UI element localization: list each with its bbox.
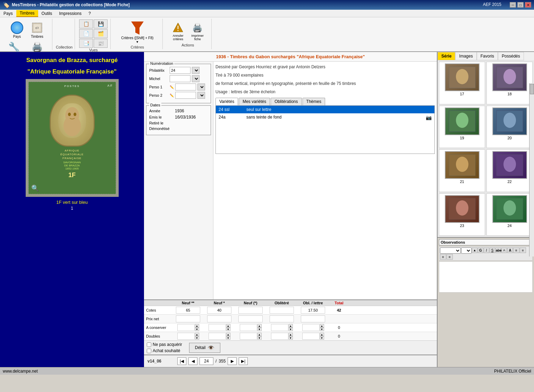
zoom-icon[interactable]: 🔍 — [31, 184, 39, 192]
aconserver-neuf2-input[interactable] — [177, 324, 195, 331]
vue-btn-5[interactable]: 📑 — [79, 39, 93, 48]
cotes-oblitere-input[interactable] — [270, 307, 294, 314]
doubles-neufp-input[interactable] — [240, 333, 257, 340]
toolbar-timbres-button[interactable]: 🏷 Timbres — [29, 21, 45, 39]
current-page-input[interactable] — [200, 357, 213, 365]
perso1-dropdown[interactable] — [197, 84, 205, 90]
vue-btn-1[interactable]: 📋 — [79, 19, 93, 28]
thumb-18[interactable]: 18 — [486, 62, 533, 104]
aconserver-neuf1-down[interactable]: ▼ — [226, 328, 230, 331]
doubles-obl-up[interactable]: ▲ — [289, 333, 293, 336]
aconserver-obl-up[interactable]: ▲ — [289, 324, 293, 328]
thumb-23[interactable]: 23 — [439, 193, 485, 236]
vue-btn-4[interactable]: 🗂️ — [94, 29, 108, 38]
restore-button[interactable]: □ — [517, 2, 524, 8]
perso1-input[interactable] — [175, 84, 196, 90]
series-tab-images[interactable]: Images — [455, 52, 476, 60]
prixnet-obll-input[interactable] — [301, 315, 325, 322]
obs-strike-btn[interactable]: abe — [495, 247, 501, 253]
criteres-button[interactable]: Critères ([Shift] + F8)▼ — [119, 19, 155, 44]
annuler-criteres-button[interactable]: Annulercritères — [170, 21, 186, 42]
doubles-neuf1-down[interactable]: ▼ — [226, 336, 230, 340]
series-tab-serie[interactable]: Série — [438, 52, 455, 60]
michel-input[interactable] — [170, 75, 190, 82]
prixnet-oblitere-input[interactable] — [270, 315, 294, 322]
menu-timbres[interactable]: Timbres — [16, 10, 38, 17]
doubles-obll-input[interactable] — [302, 333, 320, 340]
toolbar-pays-button[interactable]: Pays — [9, 21, 25, 39]
doubles-neuf2-down[interactable]: ▼ — [195, 336, 199, 340]
close-button[interactable]: ✕ — [525, 2, 531, 8]
aconserver-neufp-down[interactable]: ▼ — [257, 328, 262, 331]
obs-a-btn[interactable]: A — [507, 247, 513, 253]
doubles-neuf2-input[interactable] — [177, 333, 195, 340]
doubles-obll-up[interactable]: ▲ — [320, 333, 324, 336]
nav-last-button[interactable]: ▶| — [239, 357, 248, 365]
nav-next-button[interactable]: ▶ — [228, 357, 237, 365]
cotes-neuf2-input[interactable] — [176, 307, 200, 314]
doubles-neuf1-up[interactable]: ▲ — [226, 333, 230, 336]
aconserver-neuf2-up[interactable]: ▲ — [195, 324, 199, 328]
tab-obliterations[interactable]: Oblitérations — [271, 98, 302, 105]
series-scrollbar[interactable] — [529, 83, 534, 256]
nav-prev-button[interactable]: ◀ — [188, 357, 197, 365]
variety-row-1[interactable]: 24 ssl seul sur lettre — [216, 106, 434, 113]
doubles-neufp-up[interactable]: ▲ — [257, 333, 262, 336]
aconserver-obll-up[interactable]: ▲ — [320, 324, 324, 328]
prixnet-neuf1-input[interactable] — [207, 315, 231, 322]
obs-align-right-btn[interactable]: ≡ — [440, 254, 446, 260]
prixnet-neuf2-input[interactable] — [176, 315, 200, 322]
series-tab-favoris[interactable]: Favoris — [477, 52, 498, 60]
obs-up-btn[interactable]: ▲ — [472, 247, 477, 253]
thumb-24[interactable]: 24 — [486, 193, 533, 236]
nav-first-button[interactable]: |◀ — [177, 357, 186, 365]
obs-color-btn[interactable]: A — [501, 247, 507, 253]
perso2-dropdown[interactable] — [197, 92, 205, 99]
observations-textarea[interactable] — [439, 261, 533, 293]
obs-align-left-btn[interactable]: ≡ — [513, 247, 519, 253]
aconserver-obll-down[interactable]: ▼ — [320, 328, 324, 331]
detail-button[interactable]: Détail 👁️ — [189, 343, 221, 353]
achat-checkbox[interactable] — [147, 349, 151, 353]
aconserver-neuf2-down[interactable]: ▼ — [195, 328, 199, 331]
aconserver-obl-input[interactable] — [271, 324, 288, 331]
achat-label[interactable]: Achat souhaité — [147, 348, 182, 353]
tab-mes-varietes[interactable]: Mes variétés — [239, 98, 270, 105]
obs-italic-btn[interactable]: I — [484, 247, 489, 253]
obs-underline-btn[interactable]: S — [490, 247, 495, 253]
imprimer-fiche-button[interactable]: 🖨️ Imprimerfiche — [189, 21, 206, 42]
menu-help[interactable]: ? — [85, 10, 94, 17]
obs-justify-btn[interactable]: ≡ — [447, 254, 453, 260]
aconserver-neufp-up[interactable]: ▲ — [257, 324, 262, 328]
aconserver-neuf1-input[interactable] — [209, 324, 226, 331]
doubles-obll-down[interactable]: ▼ — [320, 336, 324, 340]
aconserver-neuf1-up[interactable]: ▲ — [226, 324, 230, 328]
cotes-neufp-input[interactable] — [238, 307, 263, 314]
obs-font-select[interactable] — [440, 247, 461, 254]
obs-bold-btn[interactable]: G — [478, 247, 483, 253]
aconserver-obll-input[interactable] — [302, 324, 320, 331]
cotes-neuf1-input[interactable] — [207, 307, 231, 314]
tab-themes[interactable]: Thèmes — [303, 98, 325, 105]
thumb-22[interactable]: 22 — [486, 149, 533, 192]
obs-align-center-btn[interactable]: ≡ — [520, 247, 526, 253]
variety-row-2[interactable]: 24a sans teinte de fond 📷 — [216, 113, 434, 122]
minimize-button[interactable]: ─ — [510, 2, 516, 8]
doubles-neuf2-up[interactable]: ▲ — [195, 333, 199, 336]
philatelix-input[interactable] — [170, 67, 190, 74]
menu-impressions[interactable]: Impressions — [56, 10, 85, 17]
thumb-19[interactable]: 19 — [439, 106, 485, 148]
doubles-obl-down[interactable]: ▼ — [289, 336, 293, 340]
vue-btn-3[interactable]: 📄 — [79, 29, 93, 38]
michel-dropdown[interactable] — [192, 75, 200, 82]
philatelix-dropdown[interactable] — [192, 67, 200, 74]
scrollbar-thumb[interactable] — [530, 84, 534, 94]
cotes-obll-input[interactable] — [301, 307, 325, 314]
thumb-17[interactable]: 17 — [439, 62, 485, 104]
prixnet-neufp-input[interactable] — [238, 315, 263, 322]
menu-pays[interactable]: Pays — [0, 10, 16, 17]
menu-outils[interactable]: Outils — [38, 10, 56, 17]
thumb-20[interactable]: 20 — [486, 106, 533, 148]
obs-size-select[interactable] — [461, 247, 472, 254]
aconserver-obl-down[interactable]: ▼ — [289, 328, 293, 331]
